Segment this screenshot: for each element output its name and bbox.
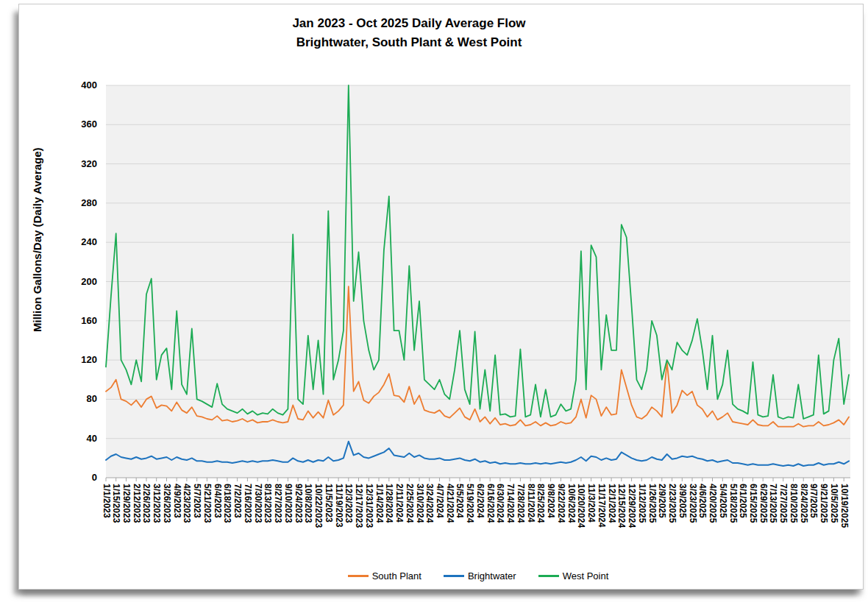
y-tick-label-240: 240 xyxy=(53,236,97,248)
x-tick-label: 2/26/2023 xyxy=(141,484,151,523)
x-tick-label: 10/22/2023 xyxy=(313,484,323,528)
x-tick-label: 6/1/2025 xyxy=(738,484,747,518)
x-tick-label: 10/6/2024 xyxy=(566,484,576,523)
x-tick-label: 4/7/2024 xyxy=(435,484,444,518)
x-tick-label: 6/18/2023 xyxy=(222,484,232,523)
x-tick-label: 4/20/2025 xyxy=(708,484,717,523)
legend: South PlantBrightwaterWest Point xyxy=(106,570,850,582)
x-tick-label: 7/28/2024 xyxy=(516,484,525,523)
legend-item-brightwater: Brightwater xyxy=(444,570,516,582)
y-tick-label-0: 0 xyxy=(53,472,97,484)
y-tick-label-320: 320 xyxy=(53,158,97,170)
x-tick-label: 8/11/2024 xyxy=(526,484,536,523)
x-tick-label: 7/13/2025 xyxy=(768,484,778,523)
legend-label: South Plant xyxy=(372,570,421,582)
legend-line-swatch xyxy=(444,575,464,577)
y-tick-label-400: 400 xyxy=(53,79,97,91)
x-tick-label: 4/23/2023 xyxy=(182,484,191,523)
x-tick-label: 11/3/2024 xyxy=(586,484,596,523)
x-tick-label: 4/21/2024 xyxy=(445,484,455,523)
x-tick-label: 5/4/2025 xyxy=(718,484,728,518)
x-tick-label: 6/30/2024 xyxy=(495,484,505,523)
x-tick-label: 11/17/2024 xyxy=(597,484,606,527)
legend-label: Brightwater xyxy=(468,570,516,582)
x-tick-label: 11/5/2023 xyxy=(324,484,333,523)
x-tick-label: 3/24/2024 xyxy=(424,484,434,523)
x-tick-label: 9/10/2023 xyxy=(283,484,293,523)
x-tick-label: 12/3/2023 xyxy=(344,484,353,523)
x-tick-label: 6/2/2024 xyxy=(475,484,485,518)
x-tick-label: 3/23/2025 xyxy=(688,484,697,523)
x-tick-label: 2/23/2025 xyxy=(667,484,677,523)
x-tick-label: 7/30/2023 xyxy=(253,484,263,523)
chart-canvas: Jan 2023 - Oct 2025 Daily Average Flow B… xyxy=(18,4,864,590)
x-tick-label: 8/24/2025 xyxy=(799,484,808,523)
x-tick-label: 7/2/2023 xyxy=(232,484,242,518)
x-tick-label: 1/1/2023 xyxy=(102,484,111,518)
x-tick-label: 7/14/2024 xyxy=(505,484,515,523)
x-tick-label: 1/12/2025 xyxy=(637,484,647,523)
x-tick-label: 6/16/2024 xyxy=(485,484,495,523)
y-tick-label-120: 120 xyxy=(53,354,97,366)
x-tick-label: 3/9/2025 xyxy=(677,484,687,518)
legend-line-swatch xyxy=(348,575,369,577)
legend-item-south-plant: South Plant xyxy=(348,570,421,582)
y-tick-label-200: 200 xyxy=(53,276,97,288)
x-tick-label: 9/24/2023 xyxy=(294,484,303,523)
x-tick-label: 11/19/2023 xyxy=(334,484,344,527)
x-tick-label: 12/15/2024 xyxy=(616,484,626,528)
x-tick-label: 4/9/2023 xyxy=(172,484,182,518)
x-tick-label: 3/12/2023 xyxy=(152,484,161,523)
legend-label: West Point xyxy=(563,570,609,582)
y-tick-label-360: 360 xyxy=(53,119,97,130)
x-tick-label: 1/29/2023 xyxy=(121,484,131,523)
legend-line-swatch xyxy=(538,575,559,577)
y-tick-label-280: 280 xyxy=(53,197,97,209)
x-tick-label: 5/19/2024 xyxy=(465,484,474,523)
x-tick-label: 6/15/2025 xyxy=(748,484,758,523)
x-tick-label: 10/5/2025 xyxy=(829,484,839,523)
x-tick-label: 6/29/2025 xyxy=(758,484,768,523)
y-tick-label-80: 80 xyxy=(53,393,97,405)
x-tick-label: 4/6/2025 xyxy=(697,484,707,518)
x-tick-label: 1/15/2023 xyxy=(111,484,121,523)
x-tick-label: 9/8/2024 xyxy=(546,484,555,518)
x-tick-label: 8/13/2023 xyxy=(263,484,272,523)
x-tick-label: 1/14/2024 xyxy=(374,484,384,523)
x-tick-label: 3/26/2023 xyxy=(162,484,171,523)
x-tick-label: 5/5/2024 xyxy=(455,484,464,518)
x-tick-label: 10/19/2025 xyxy=(839,484,849,528)
x-tick-label: 10/20/2024 xyxy=(576,484,586,528)
x-tick-label: 3/10/2024 xyxy=(415,484,424,523)
x-tick-label: 5/21/2023 xyxy=(202,484,212,523)
x-tick-label: 5/18/2025 xyxy=(728,484,738,523)
x-tick-label: 8/25/2024 xyxy=(536,484,545,523)
x-tick-label: 2/12/2023 xyxy=(132,484,141,523)
x-tick-label: 9/7/2025 xyxy=(808,484,818,518)
x-tick-label: 12/31/2023 xyxy=(364,484,374,528)
x-tick-label: 1/26/2025 xyxy=(647,484,657,523)
x-tick-label: 2/25/2024 xyxy=(405,484,414,523)
x-tick-label: 7/27/2025 xyxy=(778,484,788,523)
x-tick-label: 1/28/2024 xyxy=(384,484,394,523)
y-tick-label-160: 160 xyxy=(53,315,97,327)
x-tick-label: 9/21/2025 xyxy=(819,484,828,523)
legend-item-west-point: West Point xyxy=(538,570,609,582)
y-tick-label-40: 40 xyxy=(53,433,97,445)
x-tick-label: 12/29/2024 xyxy=(627,484,636,528)
x-tick-label: 6/4/2023 xyxy=(213,484,222,518)
x-tick-label: 2/9/2025 xyxy=(657,484,666,518)
x-tick-label: 8/27/2023 xyxy=(273,484,282,523)
x-tick-label: 8/10/2025 xyxy=(789,484,798,523)
x-tick-label: 9/22/2024 xyxy=(556,484,566,523)
x-tick-label: 12/1/2024 xyxy=(607,484,616,523)
x-tick-label: 5/7/2023 xyxy=(192,484,202,518)
x-tick-label: 7/16/2023 xyxy=(243,484,252,523)
x-tick-label: 10/8/2023 xyxy=(303,484,313,523)
x-tick-label: 2/11/2024 xyxy=(394,484,404,523)
x-tick-label: 12/17/2023 xyxy=(354,484,363,528)
